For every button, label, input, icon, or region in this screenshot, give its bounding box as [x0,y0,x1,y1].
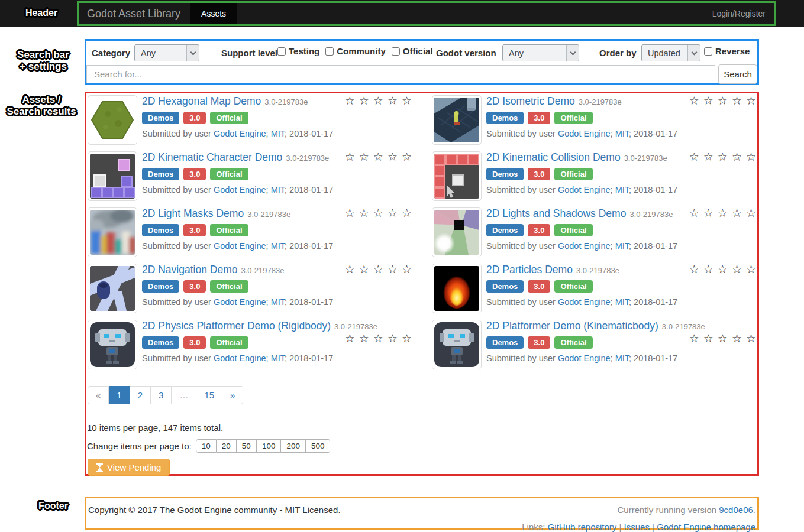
hexagon-map-thumbnail[interactable] [88,95,137,145]
tab-assets[interactable]: Assets [190,3,237,24]
badge-official[interactable]: Official [210,336,248,349]
pagination-item[interactable]: 3 [151,386,172,404]
license-link[interactable]: MIT [615,129,629,138]
lights-shadows-thumbnail[interactable] [432,207,482,257]
page-size-button[interactable]: 500 [306,439,331,453]
footer-link-github-repository[interactable]: GitHub repository [548,522,617,532]
badge-3-0[interactable]: 3.0 [528,112,550,124]
badge-demos[interactable]: Demos [486,112,524,124]
login-register-link[interactable]: Login/Register [704,3,774,24]
badge-demos[interactable]: Demos [486,168,524,180]
page-size-button[interactable]: 50 [237,439,257,453]
pagination-item[interactable]: 15 [196,386,222,404]
view-pending-button[interactable]: View Pending [88,459,170,476]
submitter-link[interactable]: Godot Engine [214,241,266,251]
badge-demos[interactable]: Demos [142,336,179,349]
running-version-link[interactable]: 9cd0e06 [719,505,753,515]
page-size-button[interactable]: 100 [257,439,282,453]
badge-official[interactable]: Official [554,224,592,236]
view-pending-label: View Pending [107,462,161,472]
light-masks-thumbnail[interactable] [88,207,137,257]
community-checkbox[interactable] [325,47,334,56]
testing-checkbox[interactable] [277,47,286,56]
badge-official[interactable]: Official [554,280,592,293]
asset-title-link[interactable]: 2D Kinematic Character Demo [142,151,282,163]
asset-title-link[interactable]: 2D Lights and Shadows Demo [486,207,626,219]
badge-demos[interactable]: Demos [142,168,179,180]
asset-title-link[interactable]: 2D Particles Demo [486,264,573,275]
particles-thumbnail[interactable] [432,264,482,313]
license-link[interactable]: MIT [271,129,285,138]
godot-version-select[interactable]: Any [502,44,579,61]
badge-official[interactable]: Official [210,224,248,236]
submitter-link[interactable]: Godot Engine [214,297,266,307]
license-link[interactable]: MIT [615,353,629,363]
license-link[interactable]: MIT [271,297,285,307]
badge-3-0[interactable]: 3.0 [528,224,550,236]
badge-official[interactable]: Official [210,112,248,124]
license-link[interactable]: MIT [271,353,285,363]
license-link[interactable]: MIT [615,297,629,307]
robot-platformer-thumbnail[interactable] [432,320,482,369]
search-button[interactable]: Search [718,64,757,84]
badge-3-0[interactable]: 3.0 [183,280,206,293]
license-link[interactable]: MIT [615,241,629,251]
license-link[interactable]: MIT [271,185,285,194]
submitter-link[interactable]: Godot Engine [558,129,611,138]
kinematic-collision-thumbnail[interactable] [432,151,482,201]
pagination-item[interactable]: » [222,386,243,404]
badge-demos[interactable]: Demos [142,224,179,236]
license-link[interactable]: MIT [615,185,629,194]
page-size-button[interactable]: 20 [217,439,237,453]
license-link[interactable]: MIT [271,241,285,251]
reverse-checkbox[interactable] [704,47,712,56]
badge-3-0[interactable]: 3.0 [183,224,206,236]
badge-official[interactable]: Official [210,280,248,293]
search-input[interactable] [86,65,715,83]
pagination-item[interactable]: 2 [130,386,151,404]
submitter-link[interactable]: Godot Engine [558,297,611,307]
page-size-button[interactable]: 10 [196,439,217,453]
badge-3-0[interactable]: 3.0 [183,168,206,180]
asset-title-link[interactable]: 2D Light Masks Demo [142,207,244,219]
asset-title-link[interactable]: 2D Platformer Demo (Kinematicbody) [486,320,658,332]
asset-title-link[interactable]: 2D Navigation Demo [142,264,237,275]
asset-title-link[interactable]: 2D Physics Platformer Demo (Rigidbody) [142,320,331,332]
badge-3-0[interactable]: 3.0 [528,168,550,180]
order-by-select[interactable]: Updated [641,44,700,61]
badge-3-0[interactable]: 3.0 [528,336,550,349]
submitter-link[interactable]: Godot Engine [558,353,611,363]
page-size-button[interactable]: 200 [281,439,306,453]
submitter-link[interactable]: Godot Engine [214,129,266,138]
footer-link-godot-engine-homepage[interactable]: Godot Engine homepage [657,522,755,532]
robot-platformer-thumbnail[interactable] [88,320,137,369]
badge-demos[interactable]: Demos [486,224,524,236]
badge-demos[interactable]: Demos [486,280,524,293]
kinematic-character-thumbnail[interactable] [88,151,137,201]
submitter-link[interactable]: Godot Engine [214,185,266,194]
badge-official[interactable]: Official [210,168,248,180]
badge-3-0[interactable]: 3.0 [183,336,206,349]
footer-link-issues[interactable]: Issues [624,522,650,532]
asset-card: 2D Lights and Shadows Demo3.0-219783e De… [432,207,757,260]
asset-title-link[interactable]: 2D Kinematic Collision Demo [486,151,621,163]
asset-title-link[interactable]: 2D Hexagonal Map Demo [142,95,261,107]
badge-official[interactable]: Official [554,168,592,180]
asset-title-link[interactable]: 2D Isometric Demo [486,95,575,107]
badge-official[interactable]: Official [554,336,592,349]
badge-demos[interactable]: Demos [486,336,524,349]
submitter-link[interactable]: Godot Engine [558,241,611,251]
badge-demos[interactable]: Demos [142,112,179,124]
navigation-thumbnail[interactable] [88,264,137,313]
badge-demos[interactable]: Demos [142,280,179,293]
badge-official[interactable]: Official [554,112,592,124]
isometric-thumbnail[interactable] [432,95,482,145]
official-checkbox[interactable] [392,47,400,56]
pagination-item[interactable]: 1 [109,386,130,404]
brand-title[interactable]: Godot Asset Library [79,3,190,24]
submitter-link[interactable]: Godot Engine [558,185,611,194]
badge-3-0[interactable]: 3.0 [183,112,206,124]
badge-3-0[interactable]: 3.0 [528,280,550,293]
submitter-link[interactable]: Godot Engine [214,353,266,363]
category-select[interactable]: Any [134,44,199,61]
